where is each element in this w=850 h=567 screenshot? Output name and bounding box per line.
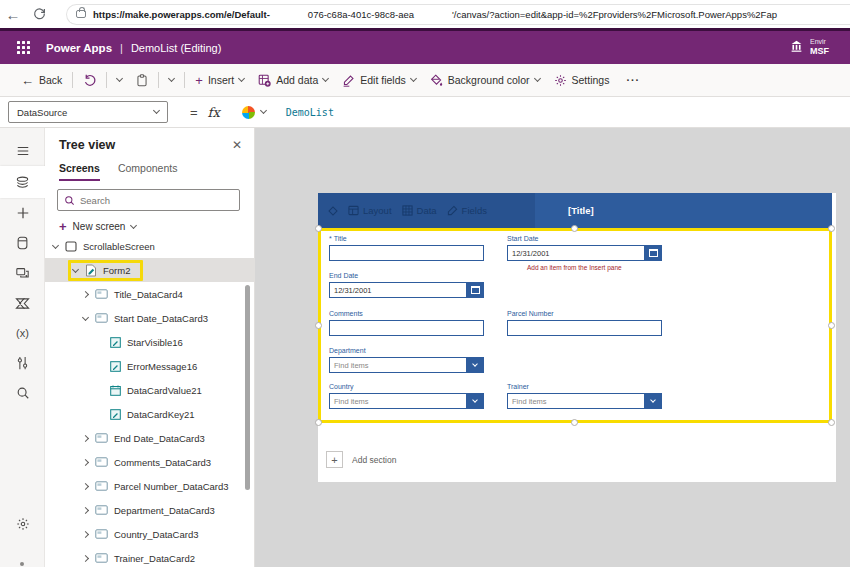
rail-power-automate-icon[interactable] bbox=[0, 288, 45, 318]
selection-handle-w[interactable] bbox=[315, 322, 322, 329]
add-data-button[interactable]: Add data bbox=[251, 68, 335, 92]
field-start-date[interactable]: Start Date12/31/2001Add an item from the… bbox=[507, 235, 662, 261]
back-button[interactable]: ← Back bbox=[14, 68, 69, 92]
tree-chevron-icon[interactable] bbox=[82, 482, 89, 489]
add-section-button[interactable]: + Add section bbox=[326, 451, 396, 468]
calendar-button[interactable] bbox=[466, 282, 484, 298]
brand-label[interactable]: Power Apps bbox=[46, 42, 112, 54]
browser-refresh-icon[interactable] bbox=[26, 6, 52, 23]
selection-handle-sw[interactable] bbox=[315, 419, 322, 426]
fields-menu-item[interactable]: Fields bbox=[447, 205, 487, 216]
combo-input[interactable]: Find items bbox=[507, 393, 662, 409]
rail-tree-view-icon[interactable] bbox=[0, 166, 45, 198]
tree-item-starvisible16[interactable]: StarVisible16 bbox=[45, 330, 254, 354]
selection-handle-n[interactable] bbox=[571, 225, 578, 232]
tab-components[interactable]: Components bbox=[118, 162, 178, 181]
rail-data-icon[interactable] bbox=[0, 228, 45, 258]
undo-button[interactable] bbox=[76, 68, 103, 92]
combo-input[interactable]: Find items bbox=[329, 393, 484, 409]
selection-handle-se[interactable] bbox=[828, 419, 835, 426]
form-title-bar[interactable]: Layout Data Fields [Title] bbox=[318, 193, 832, 228]
tree-chevron-icon[interactable] bbox=[82, 290, 89, 297]
rail-settings-icon[interactable] bbox=[0, 509, 45, 539]
selection-handle-e[interactable] bbox=[828, 322, 835, 329]
tree-item-datacardvalue21[interactable]: DataCardValue21 bbox=[45, 378, 254, 402]
new-screen-button[interactable]: + New screen bbox=[59, 219, 254, 234]
tree-scrollbar[interactable] bbox=[245, 285, 250, 490]
rail-advanced-tools-icon[interactable] bbox=[0, 348, 45, 378]
tree-chevron-icon[interactable] bbox=[82, 458, 89, 465]
canvas-area: Layout Data Fields [Title] *TitleStart bbox=[255, 128, 850, 567]
field-end-date[interactable]: End Date12/31/2001 bbox=[329, 272, 484, 298]
rail-media-icon[interactable] bbox=[0, 258, 45, 288]
waffle-menu-icon[interactable] bbox=[17, 41, 30, 54]
tree-item-form2[interactable]: Form2 bbox=[45, 258, 254, 282]
tree-item-department-datacard3[interactable]: Department_DataCard3 bbox=[45, 498, 254, 522]
field-trainer[interactable]: TrainerFind items bbox=[507, 383, 662, 409]
formula-input[interactable]: DemoList bbox=[286, 107, 334, 118]
date-input[interactable]: 12/31/2001 bbox=[507, 245, 662, 261]
tree-item-errormessage16[interactable]: ErrorMessage16 bbox=[45, 354, 254, 378]
selection-handle-ne[interactable] bbox=[828, 225, 835, 232]
text-input[interactable] bbox=[507, 320, 662, 336]
text-input[interactable] bbox=[329, 245, 484, 261]
tree-chevron-icon[interactable] bbox=[72, 265, 79, 272]
rail-variables-icon[interactable]: (x) bbox=[0, 318, 45, 348]
tree-item-end-date-datacard3[interactable]: End Date_DataCard3 bbox=[45, 426, 254, 450]
combo-chevron-button[interactable] bbox=[466, 357, 484, 373]
tree-item-datacardkey21[interactable]: DataCardKey21 bbox=[45, 402, 254, 426]
layout-menu-item[interactable]: Layout bbox=[348, 205, 392, 216]
text-input[interactable] bbox=[329, 320, 484, 336]
copilot-button[interactable] bbox=[236, 103, 272, 122]
undo-dropdown[interactable] bbox=[110, 68, 129, 92]
tab-screens[interactable]: Screens bbox=[59, 162, 100, 181]
environment-selector[interactable]: Envir MSF bbox=[790, 38, 850, 56]
combo-input[interactable]: Find items bbox=[329, 357, 484, 373]
close-icon[interactable]: ✕ bbox=[232, 138, 242, 152]
tree-item-start-date-datacard3[interactable]: Start Date_DataCard3 bbox=[45, 306, 254, 330]
tree-item-title-datacard4[interactable]: Title_DataCard4 bbox=[45, 282, 254, 306]
background-color-button[interactable]: Background color bbox=[423, 68, 547, 92]
tree-chevron-icon[interactable] bbox=[82, 434, 89, 441]
rail-search-icon[interactable] bbox=[0, 378, 45, 408]
tree-chevron-icon[interactable] bbox=[52, 241, 59, 248]
date-input[interactable]: 12/31/2001 bbox=[329, 282, 484, 298]
edit-fields-button[interactable]: Edit fields bbox=[335, 68, 423, 92]
more-commands-button[interactable]: ··· bbox=[616, 74, 650, 86]
address-bar[interactable]: https://make.powerapps.com/e/Default-076… bbox=[66, 4, 850, 25]
property-selector[interactable]: DataSource bbox=[8, 101, 168, 123]
screen-page[interactable]: Layout Data Fields [Title] *TitleStart bbox=[318, 193, 836, 482]
field-department[interactable]: DepartmentFind items bbox=[329, 347, 484, 373]
selection-handle-s[interactable] bbox=[571, 419, 578, 426]
insert-button[interactable]: + Insert bbox=[188, 68, 251, 92]
selection-handle-nw[interactable] bbox=[315, 225, 322, 232]
field-comments[interactable]: Comments bbox=[329, 310, 484, 336]
browser-back-icon[interactable]: ← bbox=[0, 6, 26, 23]
form2-control[interactable]: *TitleStart Date12/31/2001Add an item fr… bbox=[318, 228, 832, 423]
combo-chevron-button[interactable] bbox=[644, 393, 662, 409]
tree-item-parcel-number-datacard3[interactable]: Parcel Number_DataCard3 bbox=[45, 474, 254, 498]
tree-search-box[interactable] bbox=[57, 189, 240, 211]
rail-insert-icon[interactable] bbox=[0, 198, 45, 228]
search-input[interactable] bbox=[80, 195, 220, 206]
calendar-button[interactable] bbox=[644, 245, 662, 261]
settings-button[interactable]: Settings bbox=[547, 68, 617, 92]
browser-chrome: ← https://make.powerapps.com/e/Default-0… bbox=[0, 0, 850, 28]
data-menu-item[interactable]: Data bbox=[402, 205, 437, 216]
tree-item-comments-datacard3[interactable]: Comments_DataCard3 bbox=[45, 450, 254, 474]
rail-menu-icon[interactable] bbox=[0, 136, 45, 166]
field-country[interactable]: CountryFind items bbox=[329, 383, 484, 409]
tree-item-country-datacard3[interactable]: Country_DataCard3 bbox=[45, 522, 254, 546]
field-parcel-number[interactable]: Parcel Number bbox=[507, 310, 662, 336]
paste-button[interactable] bbox=[129, 68, 155, 92]
field-title[interactable]: *Title bbox=[329, 235, 484, 261]
tree-item-trainer-datacard2[interactable]: Trainer_DataCard2 bbox=[45, 546, 254, 567]
paste-dropdown[interactable] bbox=[162, 68, 181, 92]
tree-chevron-icon[interactable] bbox=[82, 530, 89, 537]
tree-item-scrollablescreen[interactable]: ScrollableScreen bbox=[45, 234, 254, 258]
pin-icon[interactable] bbox=[328, 206, 338, 216]
tree-chevron-icon[interactable] bbox=[82, 506, 89, 513]
tree-chevron-icon[interactable] bbox=[82, 554, 89, 561]
tree-chevron-icon[interactable] bbox=[82, 313, 89, 320]
combo-chevron-button[interactable] bbox=[466, 393, 484, 409]
